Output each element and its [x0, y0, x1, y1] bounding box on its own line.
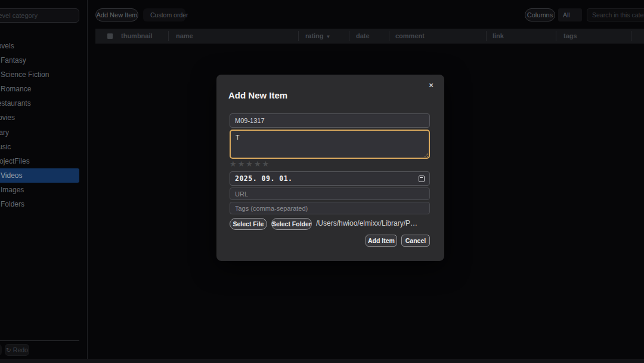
url-input[interactable] [230, 187, 430, 200]
new-category-input[interactable] [0, 8, 79, 23]
sidebar-item-fantasy[interactable]: Fantasy [0, 53, 79, 67]
sidebar-item-music[interactable]: Music [0, 140, 79, 154]
column-separator [298, 31, 299, 41]
add-new-item-button[interactable]: Add New Item [95, 8, 138, 21]
redo-label: Redo [13, 346, 28, 353]
column-comment[interactable]: comment [395, 29, 425, 44]
sidebar-divider [0, 340, 79, 341]
column-separator [168, 31, 169, 41]
sidebar-item-folders[interactable]: Folders [0, 197, 79, 211]
item-name-input[interactable] [230, 113, 430, 128]
date-input[interactable]: 2025. 09. 01. [230, 171, 430, 186]
column-tags[interactable]: tags [564, 29, 577, 44]
custom-order-toggle[interactable]: Custom order [143, 8, 185, 21]
table-header: thumbnail name rating▼ date comment link… [95, 29, 644, 44]
calendar-icon[interactable] [419, 176, 425, 182]
custom-order-label: Custom order [150, 11, 188, 19]
redo-button[interactable]: ↻ Redo [5, 344, 29, 356]
sidebar-item-restaurants[interactable]: Restaurants [0, 96, 79, 110]
rating-stars[interactable]: ★★★★★ [230, 159, 270, 168]
sidebar-item-images[interactable]: Images [0, 183, 79, 197]
column-separator [389, 31, 389, 41]
selected-path-text: /Users/hwioo/elmixx/Library/P… [316, 219, 417, 227]
window-bottom-edge [0, 359, 644, 363]
date-value: 2025. 09. 01. [235, 174, 293, 183]
sidebar-item-videos[interactable]: Videos [0, 168, 79, 183]
category-sidebar: Novels Fantasy Science Fiction Romance R… [0, 0, 87, 358]
category-search-input[interactable] [587, 8, 644, 21]
category-tree: Novels Fantasy Science Fiction Romance R… [0, 39, 79, 211]
tags-input[interactable] [230, 202, 430, 214]
column-date[interactable]: date [356, 29, 370, 44]
sidebar-item-movies[interactable]: Movies [0, 110, 79, 125]
dialog-title: Add New Item [228, 90, 287, 100]
close-icon[interactable]: × [426, 81, 436, 90]
column-rating[interactable]: rating▼ [305, 29, 330, 44]
column-separator [631, 31, 631, 41]
filter-select[interactable]: All [558, 8, 582, 21]
sort-desc-icon: ▼ [326, 34, 331, 39]
column-separator [556, 31, 556, 41]
cancel-button[interactable]: Cancel [401, 235, 430, 247]
sidebar-item-projectfiles[interactable]: ProjectFiles [0, 154, 79, 168]
columns-button[interactable]: Columns [525, 8, 555, 21]
add-item-button[interactable]: Add Item [366, 235, 397, 247]
app-window: Novels Fantasy Science Fiction Romance R… [0, 0, 644, 363]
sidebar-main-divider [87, 0, 88, 359]
redo-icon: ↻ [6, 346, 11, 353]
column-separator [349, 31, 349, 41]
column-separator [486, 31, 487, 41]
select-all-checkbox[interactable] [107, 33, 113, 39]
add-new-item-dialog: × Add New Item T ★★★★★ 2025. 09. 01. Sel… [216, 75, 444, 261]
sidebar-item-novels[interactable]: Novels [0, 39, 79, 53]
column-link[interactable]: link [493, 29, 504, 44]
sidebar-item-science-fiction[interactable]: Science Fiction [0, 67, 79, 82]
column-name[interactable]: name [176, 29, 193, 44]
undo-button[interactable] [0, 344, 2, 356]
sidebar-item-romance[interactable]: Romance [0, 82, 79, 96]
sidebar-item-diary[interactable]: Diary [0, 125, 79, 140]
select-file-button[interactable]: Select File [230, 218, 267, 230]
item-comment-textarea[interactable]: T [230, 130, 430, 159]
column-thumbnail[interactable]: thumbnail [121, 29, 153, 44]
select-folder-button[interactable]: Select Folder [271, 218, 312, 230]
